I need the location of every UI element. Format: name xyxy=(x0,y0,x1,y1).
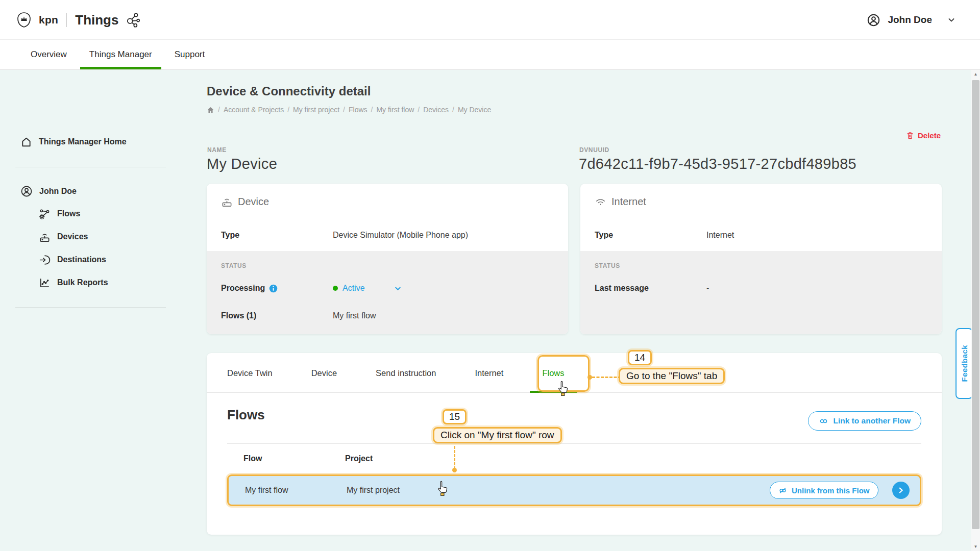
nav-things-manager[interactable]: Things Manager xyxy=(80,40,161,69)
tab-send-instruction[interactable]: Send instruction xyxy=(376,353,436,393)
breadcrumb-flows[interactable]: Flows xyxy=(349,106,368,114)
internet-status-label: STATUS xyxy=(595,262,620,269)
brand-kpn-text: kpn xyxy=(39,14,58,26)
scrollbar[interactable]: ▲ ▼ xyxy=(971,70,980,551)
device-type-label: Type xyxy=(221,231,239,240)
column-header-project: Project xyxy=(345,454,373,463)
detail-tabs-card: Device Twin Device Send instruction Inte… xyxy=(207,353,942,535)
brand-divider xyxy=(66,13,67,27)
chevron-right-icon xyxy=(897,487,904,494)
device-status-label: STATUS xyxy=(221,262,247,269)
row-detail-button[interactable] xyxy=(892,482,910,499)
breadcrumb-devices[interactable]: Devices xyxy=(423,106,449,114)
flows-section-title: Flows xyxy=(227,407,265,423)
breadcrumb-current[interactable]: My Device xyxy=(458,106,491,114)
sidebar-destinations-label: Destinations xyxy=(57,255,106,264)
nav-overview[interactable]: Overview xyxy=(21,40,76,69)
unlink-icon xyxy=(778,486,787,495)
wifi-icon xyxy=(595,196,606,208)
row-project-cell: My first project xyxy=(347,476,400,505)
flows-icon xyxy=(39,208,51,220)
device-icon xyxy=(221,196,233,208)
main-content: Device & Connectivity detail / Account &… xyxy=(207,70,942,551)
sidebar-item-destinations[interactable]: Destinations xyxy=(39,252,106,267)
internet-status-section: STATUS Last message - xyxy=(580,251,942,334)
scroll-up-arrow[interactable]: ▲ xyxy=(971,70,980,79)
link-button-label: Link to another Flow xyxy=(833,416,911,425)
annotation-15-number: 15 xyxy=(443,409,467,424)
sidebar-item-devices[interactable]: Devices xyxy=(39,229,88,244)
breadcrumb: / Account & Projects / My first project … xyxy=(207,106,491,114)
sidebar-divider-bottom xyxy=(15,307,166,308)
device-name: My Device xyxy=(207,156,277,172)
breadcrumb-account-projects[interactable]: Account & Projects xyxy=(224,106,284,114)
annotation-15-label: Click on "My first flow" row xyxy=(433,427,562,443)
breadcrumb-separator: / xyxy=(371,106,373,114)
scroll-down-arrow[interactable]: ▼ xyxy=(971,542,980,551)
breadcrumb-project[interactable]: My first project xyxy=(293,106,339,114)
link-to-another-flow-button[interactable]: Link to another Flow xyxy=(808,411,921,431)
breadcrumb-separator: / xyxy=(418,106,420,114)
internet-card-header: Internet xyxy=(595,196,646,208)
device-card: Device Type Device Simulator (Mobile Pho… xyxy=(207,184,568,334)
annotation-14-label: Go to the "Flows" tab xyxy=(619,368,725,384)
annotation-14-dot xyxy=(587,375,592,380)
sidebar-item-flows[interactable]: Flows xyxy=(39,206,80,221)
things-logo-icon xyxy=(125,12,141,28)
tab-internet[interactable]: Internet xyxy=(475,353,503,393)
summary-cards: Device Type Device Simulator (Mobile Pho… xyxy=(207,184,942,334)
device-card-title: Device xyxy=(238,196,269,208)
page-title: Device & Connectivity detail xyxy=(207,84,371,98)
name-label: NAME xyxy=(207,146,227,154)
sidebar-divider xyxy=(15,167,166,167)
feedback-tab[interactable]: Feedback xyxy=(955,328,973,399)
processing-label: Processing xyxy=(221,284,278,293)
info-icon[interactable] xyxy=(269,284,278,293)
processing-status-dropdown[interactable]: Active xyxy=(342,284,365,293)
avatar-icon xyxy=(867,13,880,27)
breadcrumb-separator: / xyxy=(287,106,289,114)
chevron-down-icon xyxy=(947,16,955,24)
device-type-value: Device Simulator (Mobile Phone app) xyxy=(333,231,468,240)
annotation-14-number: 14 xyxy=(628,350,652,365)
breadcrumb-flow[interactable]: My first flow xyxy=(376,106,414,114)
tab-device[interactable]: Device xyxy=(311,353,337,393)
delete-label: Delete xyxy=(918,131,941,140)
sidebar-flows-label: Flows xyxy=(57,209,80,218)
delete-button[interactable]: Delete xyxy=(906,131,941,140)
internet-card-title: Internet xyxy=(611,196,646,208)
tab-device-twin[interactable]: Device Twin xyxy=(227,353,273,393)
link-icon xyxy=(819,416,828,426)
scrollbar-thumb[interactable] xyxy=(972,80,979,529)
unlink-from-flow-button[interactable]: Unlink from this Flow xyxy=(770,482,878,499)
tab-flows[interactable]: Flows xyxy=(542,353,564,393)
chevron-down-icon[interactable] xyxy=(394,285,402,292)
flow-table-row[interactable]: My first flow My first project Unlink fr… xyxy=(227,474,921,506)
dvnuuid-label: DVNUUID xyxy=(579,146,609,154)
processing-label-text: Processing xyxy=(221,284,265,293)
device-status-section: STATUS Processing Active Fl xyxy=(207,251,568,334)
breadcrumb-separator: / xyxy=(452,106,454,114)
last-message-label: Last message xyxy=(595,284,649,293)
sidebar-item-home[interactable]: Things Manager Home xyxy=(20,134,127,149)
sidebar-item-bulk-reports[interactable]: Bulk Reports xyxy=(39,275,108,290)
internet-card: Internet Type Internet STATUS Last messa… xyxy=(580,184,942,334)
sidebar-item-account[interactable]: John Doe xyxy=(20,184,77,199)
sidebar-bulk-reports-label: Bulk Reports xyxy=(57,278,108,287)
sidebar: Things Manager Home John Doe Flows xyxy=(0,70,181,551)
nav-support[interactable]: Support xyxy=(165,40,214,69)
annotation-15-dot xyxy=(452,468,457,472)
sidebar-devices-label: Devices xyxy=(57,232,88,241)
device-card-header: Device xyxy=(221,196,269,208)
feedback-label: Feedback xyxy=(960,345,969,382)
breadcrumb-separator: / xyxy=(218,106,220,114)
person-icon xyxy=(20,185,33,197)
breadcrumb-separator: / xyxy=(343,106,345,114)
dvnuuid-value: 7d642c11-f9b7-45d3-9517-27cbdf489b85 xyxy=(579,156,856,172)
column-header-flow: Flow xyxy=(243,454,262,463)
user-menu[interactable]: John Doe xyxy=(867,0,955,40)
home-icon[interactable] xyxy=(207,106,214,114)
page-body: Things Manager Home John Doe Flows xyxy=(0,70,980,551)
detail-tabbar: Device Twin Device Send instruction Inte… xyxy=(207,353,942,393)
internet-type-value: Internet xyxy=(706,231,734,240)
